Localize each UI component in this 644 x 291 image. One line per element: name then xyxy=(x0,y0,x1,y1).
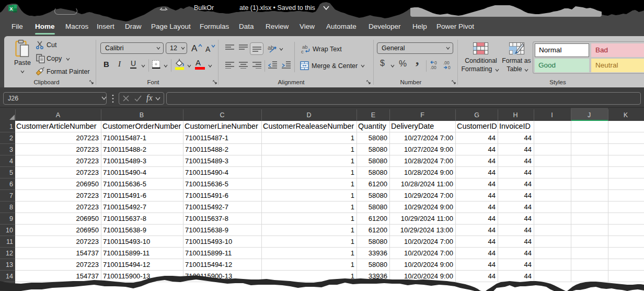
svg-text:.00: .00 xyxy=(430,65,436,70)
svg-text:c: c xyxy=(301,49,304,54)
svg-text:0: 0 xyxy=(448,65,451,70)
svg-text:X: X xyxy=(9,6,13,12)
